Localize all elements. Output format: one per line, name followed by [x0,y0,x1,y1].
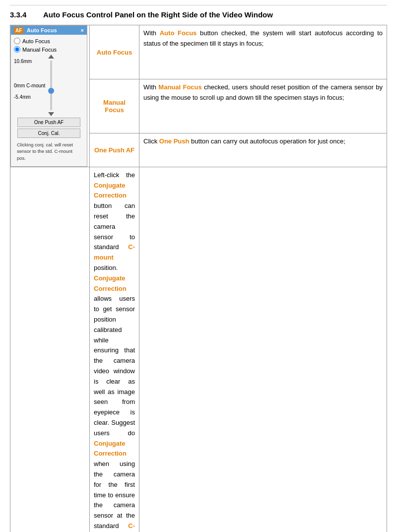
slider-arrow-up[interactable] [48,55,54,59]
highlight-cmount1: C-mount [94,243,135,261]
highlight-cc1: Conjugate Correction [94,182,127,200]
highlight-cc3: Conjugate Correction [94,440,127,458]
radio-autofocus-label: Auto Focus [22,38,50,44]
label-onepushaf: One Push AF [90,133,139,167]
section-334-heading: 3.3.4 Auto Focus Control Panel on the Ri… [10,10,387,19]
af-badge-small: AF [14,27,23,34]
af-panel-note: Clicking conj. cal. will reset sensor to… [14,139,84,163]
radio-manualfocus[interactable]: Manual Focus [14,46,84,53]
af-table: AF Auto Focus × Auto Focus Manual Focus [10,25,387,532]
af-panel-body: Auto Focus Manual Focus 10.6mm 0mm C-mou… [11,35,87,166]
slider-row: 10.6mm 0mm C-mount -5.4mm [14,55,84,116]
one-push-af-button[interactable]: One Push AF [17,118,80,127]
table-row-conjugate: ConjugateCorrection Left-click the Conju… [10,167,387,532]
af-panel: AF Auto Focus × Auto Focus Manual Focus [10,25,87,167]
section-number-334: 3.3.4 [10,10,26,19]
slider-label-mid: 0mm C-mount [14,83,45,88]
close-icon[interactable]: × [81,27,84,33]
desc-conjugate: Left-click the Conjugate Correction butt… [90,167,139,532]
radio-autofocus[interactable]: Auto Focus [14,38,84,44]
label-manualfocus: Manual Focus [90,79,139,133]
radio-autofocus-input[interactable] [14,38,20,44]
highlight-cmount2: C-mount [94,522,135,532]
slider-container [48,55,54,116]
conj-cal-button[interactable]: Conj. Cal. [17,129,80,138]
label-manualfocus-text: Manual Focus [103,99,126,114]
slider-arrow-down[interactable] [48,112,54,116]
highlight-onepush: One Push [159,137,190,145]
radio-manualfocus-label: Manual Focus [22,47,57,53]
panel-cell: AF Auto Focus × Auto Focus Manual Focus [10,25,90,167]
highlight-cc2: Conjugate Correction [94,274,127,292]
label-onepushaf-text: One Push AF [94,146,134,154]
table-row-autofocus: AF Auto Focus × Auto Focus Manual Focus [10,25,387,79]
af-panel-titlebar: AF Auto Focus × [11,26,87,35]
label-conjugate: ConjugateCorrection [10,167,90,532]
slider-track[interactable] [50,61,52,110]
label-autofocus-text: Auto Focus [97,49,132,56]
slider-label-top: 10.6mm [14,59,32,64]
slider-label-bot: -5.4mm [14,94,31,100]
radio-manualfocus-input[interactable] [14,46,20,53]
slider-thumb[interactable] [48,88,54,94]
highlight-manualfocus: Manual Focus [158,83,201,91]
highlight-autofocus: Auto Focus [160,29,197,37]
section-title-334: Auto Focus Control Panel on the Right Si… [43,10,273,19]
desc-onepushaf: Click One Push button can carry out auto… [139,133,387,167]
desc-manualfocus: With Manual Focus checked, users should … [139,79,387,133]
af-panel-title-text: Auto Focus [27,27,57,33]
label-autofocus: Auto Focus [90,25,139,79]
desc-autofocus: With Auto Focus button checked, the syst… [139,25,387,79]
